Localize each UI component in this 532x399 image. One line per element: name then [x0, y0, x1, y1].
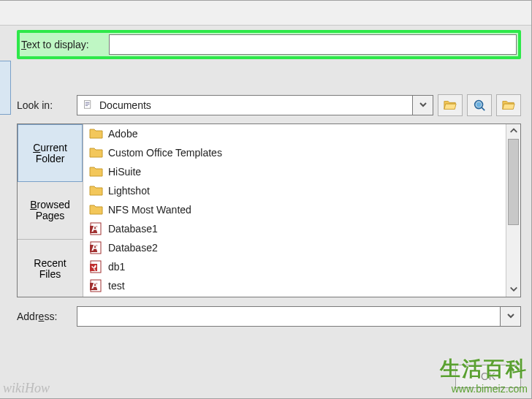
- search-web-icon: [472, 99, 487, 112]
- folder-icon: [89, 183, 104, 198]
- browse-file-button[interactable]: [496, 94, 521, 116]
- chevron-down-icon: [506, 312, 515, 321]
- file-name: HiSuite: [108, 166, 141, 178]
- list-item[interactable]: HiSuite: [83, 162, 520, 181]
- watermark-url: www.bimeiz.com: [440, 383, 528, 395]
- scroll-thumb[interactable]: [508, 139, 519, 225]
- watermark-text: 生活百科: [440, 355, 528, 383]
- address-label: Address:: [17, 311, 77, 322]
- file-name: db1: [108, 261, 125, 273]
- folder-icon: [89, 202, 104, 217]
- folder-icon: [89, 145, 104, 160]
- browse-web-button[interactable]: [467, 94, 492, 116]
- link-to-nav: Existing Fileor Web Page Place in ThisDo…: [0, 61, 11, 294]
- list-item[interactable]: Adobe: [83, 124, 520, 143]
- list-item[interactable]: Lightshot: [83, 181, 520, 200]
- file-list-scrollbar[interactable]: [506, 124, 520, 297]
- nav-create-new[interactable]: Create NewDocument: [0, 178, 11, 232]
- file-name: Database1: [108, 223, 158, 235]
- file-name: NFS Most Wanted: [108, 204, 191, 216]
- nav-email[interactable]: E-mailAddress: [0, 236, 11, 290]
- scroll-down-button[interactable]: [506, 282, 521, 297]
- file-name: Custom Office Templates: [108, 147, 222, 159]
- list-item[interactable]: NFS Most Wanted: [83, 200, 520, 219]
- look-in-value: Documents: [99, 99, 151, 111]
- folder-icon: [89, 126, 104, 141]
- chevron-down-icon: [509, 285, 518, 294]
- address-dropdown-button[interactable]: [501, 306, 521, 327]
- address-input[interactable]: [77, 306, 501, 327]
- tab-browsed-pages[interactable]: BrowsedPages: [18, 182, 83, 240]
- file-name: Adobe: [108, 128, 137, 140]
- wikihow-logo: wikiHow: [3, 381, 50, 396]
- text-to-display-label: Text to display:: [21, 39, 109, 50]
- scroll-track[interactable]: [506, 139, 520, 282]
- text-to-display-input[interactable]: [109, 34, 517, 55]
- link-to-label: Link to:: [0, 33, 10, 45]
- access-icon: [89, 240, 104, 255]
- nav-existing-file[interactable]: Existing Fileor Web Page: [0, 61, 11, 115]
- nav-place-in-doc[interactable]: Place in ThisDocument: [0, 119, 11, 173]
- file-name: test: [108, 280, 125, 292]
- list-item[interactable]: Custom Office Templates: [83, 143, 520, 162]
- folder-open-icon: [501, 99, 516, 112]
- up-one-level-button[interactable]: [438, 94, 463, 116]
- look-in-label: Look in:: [17, 99, 77, 111]
- chevron-up-icon: [509, 127, 518, 136]
- chevron-down-icon: [419, 101, 428, 110]
- hyperlink-dialog: Hyperlink Link to: Existing Fileor Web P…: [0, 0, 532, 399]
- file-name: Lightshot: [108, 185, 150, 197]
- file-name: Database2: [108, 242, 158, 254]
- file-browser: CurrentFolder BrowsedPages RecentFiles A…: [17, 123, 521, 297]
- scroll-up-button[interactable]: [506, 124, 521, 139]
- watermark: 生活百科 www.bimeiz.com: [440, 355, 528, 395]
- folder-up-icon: [443, 99, 457, 112]
- file-list[interactable]: AdobeCustom Office TemplatesHiSuiteLight…: [83, 124, 520, 297]
- look-in-dropdown-button[interactable]: [413, 95, 433, 115]
- dialog-title: Hyperlink: [0, 1, 531, 26]
- access-icon: [89, 278, 104, 293]
- folder-icon: [89, 164, 104, 179]
- list-item[interactable]: Database2: [83, 238, 520, 257]
- tab-current-folder[interactable]: CurrentFolder: [18, 124, 83, 182]
- documents-folder-icon: [82, 100, 95, 110]
- access-icon: [89, 221, 104, 236]
- browse-tab-column: CurrentFolder BrowsedPages RecentFiles: [18, 124, 83, 297]
- list-item[interactable]: db1: [83, 257, 520, 276]
- list-item[interactable]: test: [83, 276, 520, 295]
- list-item[interactable]: Database1: [83, 219, 520, 238]
- look-in-combo[interactable]: Documents: [77, 95, 413, 115]
- pdf-icon: [89, 259, 104, 274]
- tab-recent-files[interactable]: RecentFiles: [18, 240, 83, 297]
